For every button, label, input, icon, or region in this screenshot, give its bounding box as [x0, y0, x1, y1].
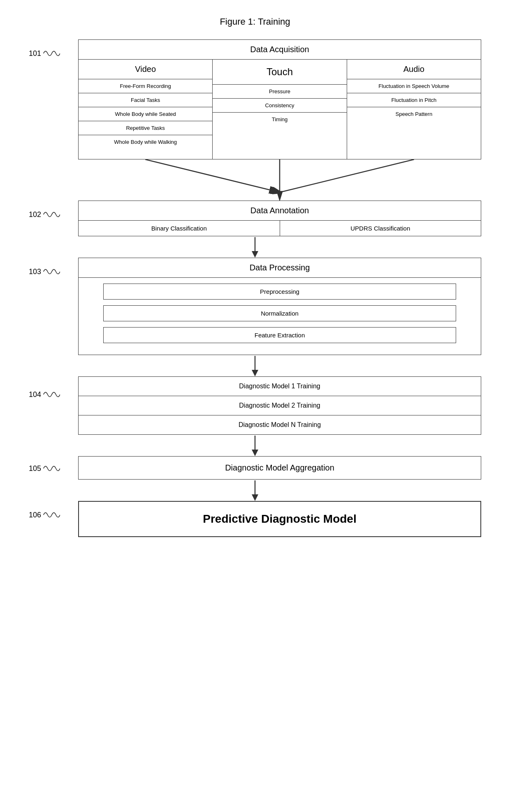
- converging-arrows: [78, 159, 481, 201]
- step-102-container: 102 Data Annotation Binary Classificatio…: [29, 201, 481, 236]
- step-103-container: 103 Data Processing Preprocessing Normal…: [29, 258, 481, 355]
- arrow-102-103: [29, 236, 481, 258]
- step-104-number: 104: [29, 390, 41, 399]
- da-col-video-item-2: Whole Body while Seated: [79, 107, 212, 121]
- annotation-col-binary: Binary Classification: [79, 221, 280, 236]
- aggregation-box: Diagnostic Model Aggregation: [78, 456, 481, 480]
- aggregation-section: Diagnostic Model Aggregation: [78, 456, 481, 480]
- da-col-audio-item-1: Fluctuation in Pitch: [347, 93, 481, 107]
- da-columns: Video Free-Form Recording Facial Tasks W…: [79, 60, 481, 159]
- da-col-video-item-1: Facial Tasks: [79, 93, 212, 107]
- annotation-col-updrs: UPDRS Classification: [280, 221, 481, 236]
- da-col-video-item-4: Whole Body while Walking: [79, 135, 212, 149]
- step-101-label: 101: [29, 48, 60, 59]
- data-acquisition-title: Data Acquisition: [79, 40, 481, 60]
- da-col-touch-header: Touch: [213, 60, 346, 85]
- step-103-label: 103: [29, 266, 60, 277]
- step-105-number: 105: [29, 464, 41, 473]
- data-annotation-title: Data Annotation: [79, 201, 481, 221]
- processing-item-2: Feature Extraction: [103, 327, 456, 343]
- models-box: Diagnostic Model 1 Training Diagnostic M…: [78, 376, 481, 435]
- model-row-2: Diagnostic Model N Training: [79, 415, 481, 434]
- step-104-label: 104: [29, 389, 60, 400]
- step-102-number: 102: [29, 210, 41, 219]
- arrow-103-104: [29, 355, 481, 376]
- da-col-touch-item-0: Pressure: [213, 85, 346, 99]
- models-section: Diagnostic Model 1 Training Diagnostic M…: [78, 376, 481, 435]
- da-col-audio: Audio Fluctuation in Speech Volume Fluct…: [347, 60, 481, 159]
- data-processing-title: Data Processing: [79, 258, 481, 278]
- processing-item-0: Preprocessing: [103, 284, 456, 300]
- annotation-columns: Binary Classification UPDRS Classificati…: [79, 221, 481, 236]
- processing-items: Preprocessing Normalization Feature Extr…: [79, 284, 481, 343]
- model-row-0: Diagnostic Model 1 Training: [79, 377, 481, 396]
- model-row-1: Diagnostic Model 2 Training: [79, 396, 481, 415]
- data-annotation-box: Data Annotation Binary Classification UP…: [78, 201, 481, 236]
- svg-line-2: [280, 159, 414, 192]
- svg-line-0: [145, 159, 280, 192]
- step-101-number: 101: [29, 49, 41, 58]
- svg-marker-6: [252, 251, 258, 258]
- da-col-audio-item-0: Fluctuation in Speech Volume: [347, 79, 481, 93]
- arrow-104-105: [29, 435, 481, 456]
- step-105-container: 105 Diagnostic Model Aggregation: [29, 456, 481, 480]
- predictive-section: Predictive Diagnostic Model: [78, 501, 481, 537]
- svg-marker-10: [252, 450, 258, 456]
- step-105-label: 105: [29, 463, 60, 474]
- da-col-video-header: Video: [79, 60, 212, 79]
- arrow-105-106: [29, 480, 481, 501]
- data-processing-box: Data Processing Preprocessing Normalizat…: [78, 258, 481, 355]
- data-processing-section: Data Processing Preprocessing Normalizat…: [78, 258, 481, 355]
- page-title: Figure 1: Training: [0, 0, 510, 39]
- data-annotation-section: Data Annotation Binary Classification UP…: [78, 201, 481, 236]
- processing-item-1: Normalization: [103, 305, 456, 321]
- step-106-number: 106: [29, 511, 41, 519]
- step-106-label: 106: [29, 509, 60, 521]
- da-col-touch: Touch Pressure Consistency Timing: [213, 60, 347, 159]
- step-106-container: 106 Predictive Diagnostic Model: [29, 501, 481, 537]
- step-104-container: 104 Diagnostic Model 1 Training Diagnost…: [29, 376, 481, 435]
- data-acquisition-section: Data Acquisition Video Free-Form Recordi…: [78, 39, 481, 159]
- step-103-number: 103: [29, 268, 41, 276]
- svg-marker-4: [277, 191, 282, 200]
- predictive-box: Predictive Diagnostic Model: [78, 501, 481, 537]
- step-102-label: 102: [29, 209, 60, 220]
- svg-marker-8: [252, 370, 258, 376]
- da-col-touch-item-1: Consistency: [213, 99, 346, 113]
- svg-marker-12: [252, 494, 258, 501]
- da-col-video-item-3: Repetitive Tasks: [79, 121, 212, 135]
- da-col-audio-header: Audio: [347, 60, 481, 79]
- da-col-audio-item-2: Speech Pattern: [347, 107, 481, 121]
- da-col-touch-item-2: Timing: [213, 113, 346, 126]
- data-acquisition-box: Data Acquisition Video Free-Form Recordi…: [78, 39, 481, 159]
- diagram: 101 Data Acquisition Video Free-Form Rec…: [29, 39, 481, 537]
- da-col-video-item-0: Free-Form Recording: [79, 79, 212, 93]
- da-col-video: Video Free-Form Recording Facial Tasks W…: [79, 60, 213, 159]
